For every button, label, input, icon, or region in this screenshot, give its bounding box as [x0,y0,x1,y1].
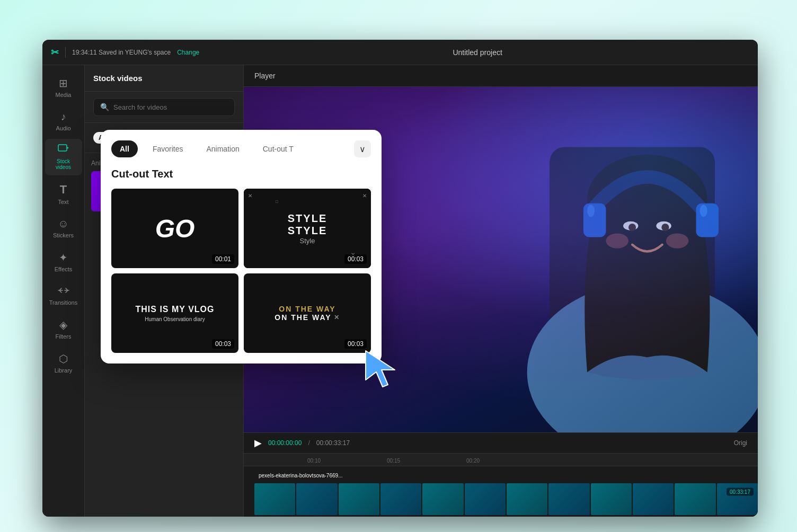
cursor-arrow-svg [360,345,403,388]
audio-icon: ♪ [61,111,66,123]
sidebar-item-effects[interactable]: ✦ Effects [45,246,82,278]
popup-video-style[interactable]: STYLE STYLE Style ✕ ✕ □ ✕ 00:03 [244,189,371,268]
media-icon: ⊞ [59,77,68,90]
project-title: Untitled project [206,48,749,57]
timeline-thumbnails [254,483,758,515]
svg-point-17 [606,233,628,248]
sidebar-item-audio-label: Audio [56,125,70,131]
timeline-ruler: 00:10 00:15 00:20 [244,454,758,466]
topbar-save-info: 19:34:11 Saved in YEUNG's space [72,49,171,56]
tl-thumb-10 [633,483,674,515]
svg-point-14 [656,221,671,230]
tl-thumb-1 [254,483,295,515]
app-logo: ✂ [51,47,59,58]
popup-tab-favorites[interactable]: Favorites [144,140,192,157]
popup-tab-all[interactable]: All [111,140,138,157]
onway-close-icon: ✕ [334,314,340,321]
go-text: GO [155,214,195,243]
topbar-change-button[interactable]: Change [177,49,199,56]
svg-point-12 [587,155,707,245]
svg-point-22 [700,205,707,217]
popup-tab-cutout[interactable]: Cut-out T [254,140,302,157]
popup-tab-animation[interactable]: Animation [198,140,247,157]
svg-marker-25 [366,351,395,387]
sidebar-item-audio[interactable]: ♪ Audio [45,105,82,137]
sidebar-item-filters[interactable]: ◈ Filters [45,313,82,345]
panel-search: 🔍 [85,92,243,123]
sidebar-item-media-label: Media [56,92,72,98]
filters-icon: ◈ [59,318,67,331]
tl-thumb-5 [422,483,463,515]
sidebar-item-stickers-label: Stickers [53,232,74,238]
transitions-icon [58,285,69,297]
sidebar-item-media[interactable]: ⊞ Media [45,72,82,103]
svg-point-16 [661,224,669,231]
sidebar-item-filters-label: Filters [56,333,72,340]
timeline-mark-3: 00:20 [466,458,480,464]
onway-text: ON THE WAY ON THE WAY ✕ [274,305,340,322]
sidebar-item-transitions[interactable]: Transitions [45,280,82,311]
tl-thumb-9 [591,483,632,515]
dropdown-popup: All Favorites Animation Cut-out T ∨ Cut-… [101,130,382,363]
sidebar-item-stock-videos[interactable]: Stockvideos [45,139,82,175]
svg-point-11 [595,170,699,290]
cursor-indicator [360,345,403,390]
origin-label: Origi [734,439,747,447]
search-box[interactable]: 🔍 [93,98,235,116]
sidebar-item-transitions-label: Transitions [49,299,77,306]
library-icon: ⬡ [59,352,68,365]
tl-thumb-11 [675,483,715,515]
popup-video-go-duration: 00:01 [212,254,234,264]
style-text: STYLE STYLE Style [288,212,327,245]
time-separator: / [308,439,309,447]
timeline-area: 00:10 00:15 00:20 [244,453,758,517]
popup-section-title: Cut-out Text [111,168,371,180]
svg-point-21 [587,205,595,217]
play-button[interactable]: ▶ [254,437,262,449]
search-input[interactable] [113,103,228,111]
sidebar-item-stickers[interactable]: ☺ Stickers [45,212,82,244]
track-label: pexels-ekaterina-bolovtsova-7669... [259,473,342,478]
popup-video-go[interactable]: GO 00:01 [111,189,238,268]
svg-rect-0 [58,145,67,151]
timeline-track[interactable]: pexels-ekaterina-bolovtsova-7669... 00:3… [244,466,758,517]
popup-video-onway[interactable]: ON THE WAY ON THE WAY ✕ 00:03 [244,273,371,353]
tl-thumb-8 [548,483,589,515]
onway-text-main: ON THE WAY [274,313,331,322]
tl-thumb-2 [296,483,337,515]
svg-point-9 [527,282,758,432]
effects-icon: ✦ [59,251,68,264]
timeline-mark-1: 00:10 [307,458,321,464]
tl-thumb-6 [465,483,506,515]
svg-rect-20 [696,203,719,237]
popup-tab-more-button[interactable]: ∨ [354,140,371,157]
tl-thumb-3 [339,483,379,515]
sidebar: ⊞ Media ♪ Audio Stockvideos T Text [42,65,85,517]
sidebar-item-library[interactable]: ⬡ Library [45,347,82,379]
sidebar-item-stock-videos-label: Stockvideos [56,158,71,170]
svg-rect-19 [583,203,606,237]
popup-video-vlog-duration: 00:03 [212,339,234,349]
vlog-text: THIS IS MY VLOG Human Observation diary [136,305,215,322]
tl-thumb-4 [380,483,421,515]
popup-video-style-duration: 00:03 [344,254,367,264]
panel-header: Stock videos [85,65,243,92]
player-controls: ▶ 00:00:00:00 / 00:00:33:17 Origi [244,432,758,453]
sidebar-item-effects-label: Effects [55,266,72,272]
sidebar-item-text-label: Text [58,199,68,205]
sidebar-item-text[interactable]: T Text [45,178,82,210]
popup-video-vlog[interactable]: THIS IS MY VLOG Human Observation diary … [111,273,238,353]
sidebar-item-library-label: Library [55,367,73,374]
total-time: 00:00:33:17 [316,439,350,447]
timeline-mark-2: 00:15 [387,458,400,464]
tl-thumb-7 [507,483,547,515]
text-icon: T [60,183,67,197]
svg-rect-10 [632,252,662,297]
popup-video-grid: GO 00:01 STYLE STYLE Style ✕ ✕ □ ✕ 00:03 [111,189,371,353]
svg-point-15 [628,224,636,231]
track-duration-badge: 00:33:17 [727,487,754,495]
current-time: 00:00:00:00 [268,439,302,447]
svg-point-18 [666,233,689,248]
topbar: ✂ 19:34:11 Saved in YEUNG's space Change… [42,40,758,65]
player-header: Player [244,65,758,87]
